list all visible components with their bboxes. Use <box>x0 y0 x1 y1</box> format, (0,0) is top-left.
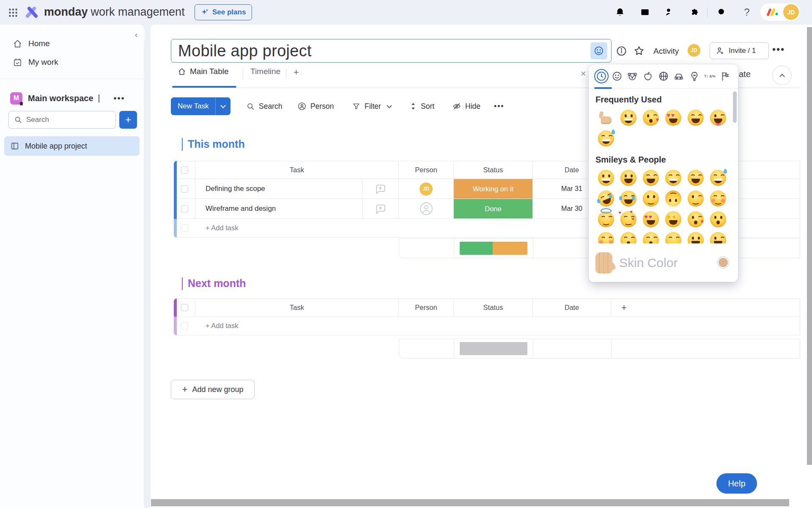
emoji-smiling-eyes[interactable] <box>707 188 729 209</box>
new-task-label[interactable]: New Task <box>171 97 215 115</box>
column-header-person[interactable]: Person <box>399 299 454 316</box>
group-collapse-chevron-icon[interactable] <box>182 277 183 290</box>
inbox-tray-icon[interactable] <box>639 6 651 18</box>
sidebar-search-input[interactable] <box>26 116 102 124</box>
column-header-task[interactable]: Task <box>195 299 399 316</box>
column-header-status[interactable]: Status <box>454 161 533 179</box>
row-checkbox-cell[interactable] <box>174 199 195 218</box>
help-button[interactable]: Help <box>716 473 757 494</box>
emoji-grinning-big-eyes[interactable] <box>617 167 639 188</box>
sidebar-item-my-work[interactable]: My work <box>5 53 139 71</box>
add-conversation-cell[interactable] <box>362 199 399 218</box>
board-info-icon[interactable] <box>615 45 627 57</box>
emoji-tears-of-joy[interactable] <box>617 188 639 209</box>
status-cell[interactable]: Done <box>454 199 533 218</box>
add-new-group-button[interactable]: + Add new group <box>171 380 255 399</box>
board-title-input[interactable]: Mobile app project <box>171 39 612 63</box>
status-pill[interactable]: Working on it <box>454 179 532 199</box>
search-icon[interactable] <box>716 6 728 18</box>
toolbar-filter[interactable]: Filter <box>349 97 394 115</box>
select-all-checkbox-cell[interactable] <box>174 299 195 316</box>
automate-label-fragment[interactable]: ate <box>739 69 751 79</box>
status-pill[interactable]: Done <box>454 199 532 218</box>
emoji-winking-face[interactable] <box>684 188 707 209</box>
summary-status-cell[interactable] <box>454 239 533 258</box>
new-task-button[interactable]: New Task <box>171 97 230 115</box>
category-objects-icon[interactable] <box>687 69 702 83</box>
emoji-halo[interactable] <box>595 209 617 229</box>
column-header-date[interactable]: Date <box>533 299 611 316</box>
group-title-next-month[interactable]: Next month <box>182 277 246 290</box>
status-distribution-bar[interactable] <box>460 242 527 255</box>
emoji-heart-eyes[interactable] <box>639 209 662 229</box>
emoji-squinting-face[interactable] <box>684 167 707 188</box>
picker-scrollbar[interactable] <box>733 91 737 123</box>
emoji-face-blowing-kiss[interactable] <box>639 107 662 128</box>
category-frequently-used-icon[interactable] <box>594 69 609 83</box>
category-food-drink-icon[interactable] <box>641 69 655 83</box>
toolbar-person[interactable]: Person <box>295 97 336 115</box>
activity-label[interactable]: Activity <box>653 47 679 56</box>
horizontal-scrollbar[interactable] <box>151 499 789 506</box>
task-name-cell[interactable]: Defining the scope <box>195 179 362 199</box>
select-all-checkbox-cell[interactable] <box>174 161 195 179</box>
emoji-rofl[interactable] <box>595 188 617 209</box>
add-conversation-cell[interactable] <box>362 179 399 199</box>
summary-status-cell[interactable] <box>454 339 533 358</box>
emoji-beaming-face[interactable] <box>662 167 684 188</box>
status-distribution-bar[interactable] <box>460 342 527 355</box>
column-header-person[interactable]: Person <box>399 161 454 179</box>
emoji-grinning-face[interactable] <box>595 167 617 188</box>
favorite-star-icon[interactable] <box>633 45 645 57</box>
sidebar-add-button[interactable]: + <box>119 111 137 129</box>
row-checkbox-cell[interactable] <box>174 179 195 199</box>
emoji-grin-sweat[interactable] <box>595 128 617 149</box>
see-plans-button[interactable]: See plans <box>195 4 252 20</box>
emoji-squinting-face[interactable] <box>684 107 707 128</box>
invite-button[interactable]: Invite / 1 <box>710 42 769 59</box>
collapse-board-header-button[interactable] <box>772 66 792 85</box>
emoji-heart-eyes[interactable] <box>662 107 684 128</box>
category-symbols-icon[interactable]: T♪ &% <box>702 69 717 83</box>
toolbar-hide[interactable]: Hide <box>450 97 483 115</box>
sidebar-search[interactable] <box>8 111 116 129</box>
workspace-switcher[interactable]: M Main workspace ••• <box>10 90 137 107</box>
column-header-status[interactable]: Status <box>454 299 533 316</box>
add-task-cell[interactable]: + Add task <box>195 317 362 335</box>
category-flags-icon[interactable] <box>718 69 732 83</box>
new-task-dropdown[interactable] <box>215 97 230 115</box>
toolbar-sort[interactable]: Sort <box>407 97 437 115</box>
add-task-cell[interactable]: + Add task <box>195 219 362 237</box>
person-avatar[interactable]: JD <box>420 182 433 196</box>
emoji-face-blowing-kiss[interactable] <box>684 209 707 229</box>
tab-timeline[interactable]: Timeline <box>250 67 280 76</box>
group-collapse-chevron-icon[interactable] <box>182 138 183 150</box>
emoji-upside-down[interactable] <box>662 188 684 209</box>
add-task-row[interactable]: + Add task <box>174 317 800 335</box>
emoji-grinning-face[interactable] <box>617 107 639 128</box>
tab-main-table[interactable]: Main Table <box>178 67 229 76</box>
category-animals-nature-icon[interactable] <box>625 69 639 83</box>
skin-tone-swatch[interactable] <box>718 257 729 268</box>
vertical-scrollbar[interactable] <box>807 27 812 465</box>
emoji-wink-tongue[interactable] <box>707 107 729 128</box>
workspace-menu-dots-icon[interactable]: ••• <box>114 94 125 103</box>
emoji-star-struck[interactable] <box>662 209 684 229</box>
activity-user-avatar[interactable]: JD <box>688 44 700 57</box>
skin-color-footer[interactable]: Skin Color <box>589 243 738 282</box>
emoji-slight-smile[interactable] <box>639 188 662 209</box>
toolbar-search[interactable]: Search <box>244 97 285 115</box>
group-title-this-month[interactable]: This month <box>182 138 245 150</box>
notifications-bell-icon[interactable] <box>614 6 626 18</box>
person-cell[interactable]: JD <box>399 179 454 199</box>
column-header-task[interactable]: Task <box>195 161 399 179</box>
marketplace-puzzle-icon[interactable] <box>688 6 700 18</box>
person-cell[interactable] <box>399 199 454 218</box>
help-question-icon[interactable]: ? <box>741 6 753 18</box>
status-cell[interactable]: Working on it <box>454 179 533 199</box>
apps-grid-icon[interactable] <box>7 7 19 19</box>
task-name-cell[interactable]: Wireframe and design <box>195 199 362 218</box>
emoji-button[interactable] <box>590 42 607 59</box>
emoji-kissing-face[interactable] <box>707 209 729 229</box>
workspace-chevron-down-icon[interactable] <box>99 94 99 102</box>
